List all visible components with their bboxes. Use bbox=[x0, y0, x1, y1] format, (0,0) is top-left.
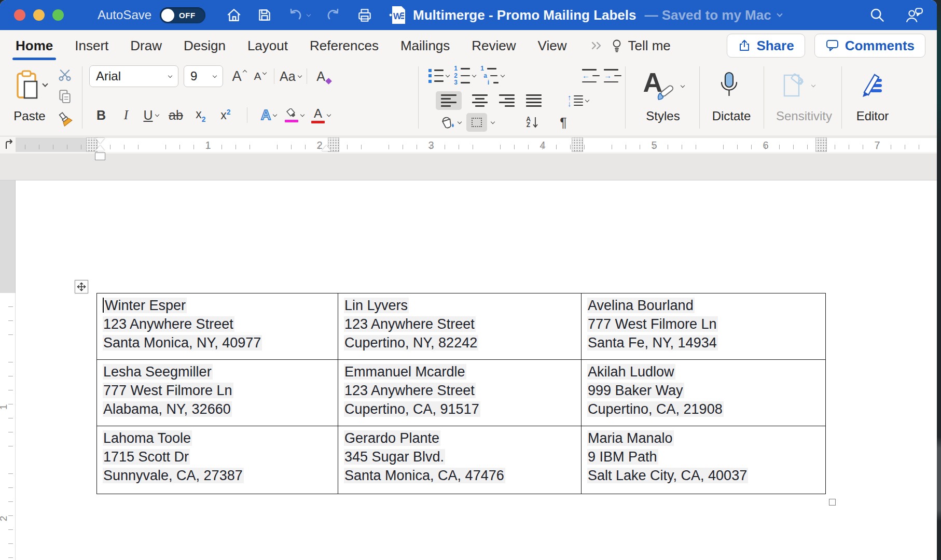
grow-font-button[interactable]: A bbox=[230, 67, 248, 86]
tab-design[interactable]: Design bbox=[184, 30, 226, 61]
highlight-color-button[interactable] bbox=[285, 106, 304, 124]
tab-insert[interactable]: Insert bbox=[75, 30, 108, 61]
active-tab-underline bbox=[12, 58, 56, 60]
align-left-icon bbox=[441, 94, 456, 107]
autosave-state: OFF bbox=[179, 11, 196, 20]
sensitivity-group: Sensitivity bbox=[769, 61, 839, 136]
account-button[interactable] bbox=[906, 7, 923, 23]
numbering-button[interactable]: 1 2 3 bbox=[453, 66, 476, 85]
tab-home[interactable]: Home bbox=[16, 30, 53, 61]
paste-button[interactable] bbox=[10, 64, 51, 106]
print-button[interactable] bbox=[357, 8, 372, 22]
table-resize-handle[interactable] bbox=[829, 499, 836, 506]
borders-button[interactable] bbox=[466, 113, 487, 132]
undo-button[interactable] bbox=[287, 8, 310, 22]
hanging-indent-marker[interactable] bbox=[95, 145, 105, 151]
show-paragraph-marks-button[interactable]: ¶ bbox=[555, 113, 572, 132]
tell-me-button[interactable]: Tell me bbox=[611, 38, 670, 54]
zoom-window-button[interactable] bbox=[52, 9, 64, 21]
table-column-marker[interactable] bbox=[572, 137, 583, 152]
text-effects-button[interactable]: A bbox=[260, 106, 278, 124]
tab-layout[interactable]: Layout bbox=[247, 30, 288, 61]
cut-button[interactable] bbox=[56, 65, 74, 84]
line-spacing-icon: ↑↓ bbox=[568, 94, 583, 107]
title-bar: AutoSave OFF bbox=[0, 0, 937, 30]
label-cell[interactable]: Maria Manalo 9 IBM Path Salt Lake City, … bbox=[582, 426, 826, 494]
redo-button[interactable] bbox=[326, 8, 341, 22]
group-divider bbox=[82, 66, 82, 129]
tab-view[interactable]: View bbox=[538, 30, 567, 61]
tab-draw[interactable]: Draw bbox=[130, 30, 162, 61]
minimize-window-button[interactable] bbox=[33, 9, 45, 21]
strikethrough-button[interactable]: ab bbox=[167, 106, 185, 124]
ruler-ticks bbox=[16, 145, 937, 149]
align-center-button[interactable] bbox=[471, 91, 489, 110]
bullets-button[interactable] bbox=[428, 66, 449, 85]
styles-button[interactable]: A bbox=[636, 66, 690, 106]
subscript-button[interactable]: x2 bbox=[192, 106, 210, 124]
toggle-knob bbox=[161, 9, 174, 22]
superscript-button[interactable]: x2 bbox=[217, 106, 234, 124]
font-name-combo[interactable]: Arial bbox=[89, 65, 178, 87]
font-size-combo[interactable]: 9 bbox=[184, 65, 223, 87]
numbering-icon: 1 2 3 bbox=[453, 66, 470, 85]
document-title-dropdown[interactable]: W Multimerge - Promo Mailing Labels — Sa… bbox=[390, 0, 782, 30]
save-button[interactable] bbox=[257, 8, 272, 22]
right-indent-marker[interactable] bbox=[322, 145, 331, 151]
home-button[interactable] bbox=[226, 8, 242, 22]
tab-references[interactable]: References bbox=[310, 30, 379, 61]
tab-stop-selector[interactable] bbox=[3, 138, 16, 151]
tab-review[interactable]: Review bbox=[472, 30, 516, 61]
align-left-button[interactable] bbox=[436, 91, 462, 110]
dictate-button[interactable] bbox=[718, 65, 741, 106]
share-icon bbox=[738, 39, 751, 52]
copy-button[interactable] bbox=[56, 87, 74, 106]
tab-mailings[interactable]: Mailings bbox=[400, 30, 450, 61]
save-icon bbox=[257, 8, 272, 22]
label-cell[interactable]: Akilah Ludlow 999 Baker Way Cupertino, C… bbox=[582, 360, 826, 426]
font-color-button[interactable]: A bbox=[311, 106, 330, 124]
label-cell[interactable]: Winter Esper 123 Anywhere Street Santa M… bbox=[97, 293, 338, 360]
sort-button[interactable]: AZ bbox=[523, 113, 541, 132]
search-button[interactable] bbox=[869, 7, 885, 23]
format-painter-button[interactable] bbox=[56, 110, 74, 129]
comments-button[interactable]: Comments bbox=[814, 34, 925, 58]
share-button[interactable]: Share bbox=[727, 34, 805, 58]
underline-button[interactable]: U bbox=[142, 106, 160, 124]
label-cell[interactable]: Gerardo Plante 345 Sugar Blvd. Santa Mon… bbox=[338, 426, 582, 494]
redo-icon bbox=[326, 8, 341, 22]
label-cell[interactable]: Avelina Bourland 777 West Filmore Ln San… bbox=[582, 293, 826, 360]
multilevel-list-button[interactable]: 1 a i bbox=[480, 66, 504, 85]
clear-formatting-button[interactable]: A bbox=[312, 67, 330, 86]
left-indent-marker[interactable] bbox=[95, 152, 105, 160]
justify-button[interactable] bbox=[525, 91, 543, 110]
first-line-indent-marker[interactable] bbox=[95, 138, 105, 144]
increase-indent-icon: → bbox=[604, 69, 621, 82]
label-cell[interactable]: Lahoma Toole 1715 Scott Dr Sunnyvale, CA… bbox=[97, 426, 338, 494]
line-spacing-button[interactable]: ↑↓ bbox=[568, 91, 589, 110]
autosave-toggle[interactable]: OFF bbox=[160, 7, 205, 23]
increase-indent-button[interactable]: → bbox=[604, 66, 621, 85]
shading-button[interactable] bbox=[440, 113, 461, 132]
label-cell[interactable]: Lesha Seegmiller 777 West Filmore Ln Ala… bbox=[97, 360, 338, 426]
shrink-font-button[interactable]: A bbox=[251, 67, 269, 86]
document-workspace: 1 2 Winter Esper 123 Anywhere Street San… bbox=[0, 153, 937, 560]
table-column-marker[interactable] bbox=[815, 137, 827, 152]
borders-chevron[interactable] bbox=[491, 119, 495, 123]
decrease-indent-button[interactable]: ← bbox=[582, 66, 600, 85]
sensitivity-button[interactable] bbox=[780, 66, 815, 105]
sensitivity-label: Sensitivity bbox=[769, 109, 839, 123]
label-cell[interactable]: Lin Lyvers 123 Anywhere Street Cupertino… bbox=[338, 293, 582, 360]
editor-button[interactable] bbox=[858, 66, 887, 105]
label-cell[interactable]: Emmanuel Mcardle 123 Anywhere Street Cup… bbox=[338, 360, 582, 426]
tab-stop-icon bbox=[3, 138, 16, 151]
table-row: Lahoma Toole 1715 Scott Dr Sunnyvale, CA… bbox=[97, 426, 826, 494]
bold-button[interactable]: B bbox=[92, 106, 110, 124]
close-window-button[interactable] bbox=[14, 9, 25, 21]
table-move-handle[interactable] bbox=[75, 280, 88, 293]
italic-button[interactable]: I bbox=[117, 106, 135, 124]
change-case-button[interactable]: Aa bbox=[280, 67, 301, 86]
vertical-ruler-margin bbox=[0, 180, 16, 293]
align-right-button[interactable] bbox=[498, 91, 516, 110]
more-tabs-chevrons-icon[interactable] bbox=[590, 40, 604, 51]
